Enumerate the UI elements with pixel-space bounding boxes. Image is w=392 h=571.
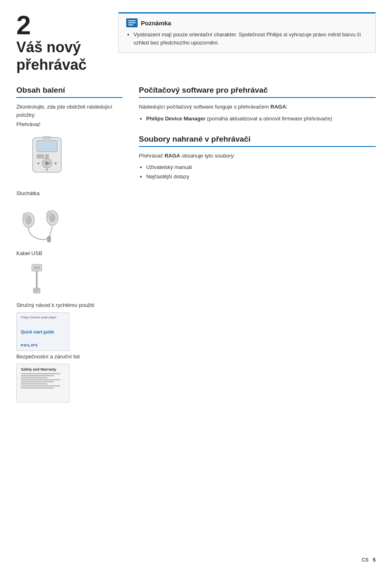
files-section-heading: Soubory nahrané v přehrávači — [139, 135, 376, 147]
safety-line-5 — [21, 381, 54, 382]
files-list-item-1: Uživatelský manuál — [146, 163, 376, 172]
booklet-title: Quick start guide — [21, 330, 65, 334]
chapter-name-line1: Váš nový — [16, 39, 81, 56]
svg-rect-7 — [45, 154, 49, 158]
svg-point-12 — [46, 169, 48, 171]
safety-line-1 — [21, 373, 60, 374]
note-title: Poznámka — [141, 20, 171, 27]
files-intro: Přehrávač RAGA obsahuje tyto soubory: — [139, 152, 376, 160]
software-item1-bold: Philips Device Manager — [146, 116, 205, 122]
note-icon — [126, 18, 138, 27]
files-intro-suffix: obsahuje tyto soubory: — [180, 153, 235, 159]
chapter-name-line2: přehrávač — [16, 56, 87, 73]
safety-line-6 — [21, 383, 47, 384]
files-item2-text: Nejčastější dotazy — [146, 173, 189, 180]
safety-card-title: Safety and Warranty — [21, 367, 65, 371]
chapter-number: 2 — [16, 12, 106, 38]
item-label-navod: Stručný návod k rychlému použití — [16, 302, 122, 308]
page-header: 2 Váš nový přehrávač Poznámka Vyobrazení… — [0, 0, 392, 82]
left-column: Obsah balení Zkontrolujte, zda jste obdr… — [16, 86, 122, 405]
files-product-name: RAGA — [165, 153, 180, 159]
device-illustration — [20, 136, 74, 184]
left-section-heading: Obsah balení — [16, 86, 122, 98]
note-bullet1: Vyobrazení mají pouze orientační charakt… — [134, 31, 361, 46]
software-intro: Následující počítačový software funguje … — [139, 103, 376, 111]
files-section: Soubory nahrané v přehrávači Přehrávač R… — [139, 135, 376, 181]
chapter-name: Váš nový přehrávač — [16, 38, 106, 73]
item-label-prehravac: Přehrávač — [16, 121, 122, 127]
svg-point-11 — [54, 162, 57, 164]
item-label-sluchatka: Sluchátka — [16, 190, 122, 196]
svg-rect-2 — [128, 22, 136, 23]
safety-line-7 — [21, 385, 60, 387]
main-content: Obsah balení Zkontrolujte, zda jste obdr… — [0, 86, 392, 405]
note-box: Poznámka Vyobrazení mají pouze orientačn… — [118, 12, 376, 53]
footer-page: 5 — [373, 557, 376, 563]
safety-line-2 — [21, 375, 54, 376]
booklet-brand-logo: PHILIPS — [21, 343, 65, 347]
software-list-item-1: Philips Device Manager (pomáhá aktualizo… — [146, 114, 376, 123]
svg-rect-6 — [37, 154, 44, 158]
note-header: Poznámka — [126, 18, 368, 27]
svg-rect-3 — [128, 24, 133, 25]
software-product-name: RAGA — [270, 104, 286, 110]
svg-rect-1 — [128, 20, 136, 21]
svg-rect-18 — [47, 236, 51, 242]
files-item1-text: Uživatelský manuál — [146, 164, 192, 170]
safety-line-8 — [21, 387, 54, 389]
svg-rect-22 — [33, 266, 40, 269]
safety-card-lines — [21, 373, 65, 389]
usb-cable-illustration — [24, 264, 49, 296]
svg-rect-13 — [43, 136, 51, 139]
left-intro: Zkontrolujte, zda jste obdrželi následuj… — [16, 103, 122, 119]
software-list: Philips Device Manager (pomáhá aktualizo… — [139, 114, 376, 123]
svg-point-10 — [37, 162, 40, 164]
safety-line-4 — [21, 379, 60, 380]
item-label-usb: Kabel USB — [16, 250, 122, 256]
svg-rect-25 — [35, 289, 39, 291]
chapter-title: 2 Váš nový přehrávač — [16, 12, 106, 73]
files-intro-prefix: Přehrávač — [139, 153, 165, 159]
page-footer: CS 5 — [362, 557, 376, 563]
files-list-item-2: Nejčastější dotazy — [146, 172, 376, 181]
software-item1-rest: (pomáhá aktualizovat a obnovit firmware … — [205, 116, 332, 122]
earphones-illustration — [16, 204, 65, 244]
safety-line-3 — [21, 377, 47, 378]
booklet-brand-small: Philips GoGear audio player — [21, 316, 65, 319]
software-section: Počítačový software pro přehrávač Násled… — [139, 86, 376, 123]
software-intro-suffix: : — [286, 104, 288, 110]
software-section-heading: Počítačový software pro přehrávač — [139, 86, 376, 98]
quick-start-guide-card: Philips GoGear audio player Quick start … — [16, 312, 69, 351]
footer-lang: CS — [362, 557, 369, 563]
files-list: Uživatelský manuál Nejčastější dotazy — [139, 163, 376, 181]
note-body: Vyobrazení mají pouze orientační charakt… — [126, 31, 368, 47]
svg-rect-5 — [37, 140, 57, 152]
software-intro-prefix: Následující počítačový software funguje … — [139, 104, 270, 110]
safety-warranty-card: Safety and Warranty — [16, 364, 69, 402]
right-column: Počítačový software pro přehrávač Násled… — [139, 86, 376, 405]
item-label-bezpecnost: Bezpečnostní a záruční list — [16, 353, 122, 360]
